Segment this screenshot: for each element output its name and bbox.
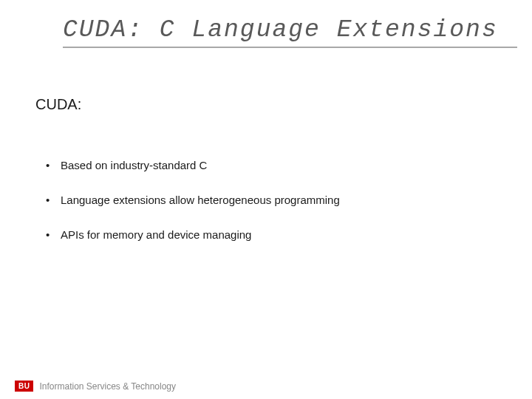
bullet-item: Language extensions allow heterogeneous …: [44, 194, 340, 206]
slide-title: CUDA: C Language Extensions: [63, 16, 517, 48]
bu-logo: BU: [15, 381, 33, 392]
bullet-item: Based on industry-standard C: [44, 159, 340, 171]
footer-text: Information Services & Technology: [39, 381, 176, 392]
bullet-item: APIs for memory and device managing: [44, 228, 340, 241]
bullet-list: Based on industry-standard C Language ex…: [44, 159, 340, 263]
slide-subtitle: CUDA:: [35, 96, 81, 113]
footer: BU Information Services & Technology: [15, 381, 176, 392]
